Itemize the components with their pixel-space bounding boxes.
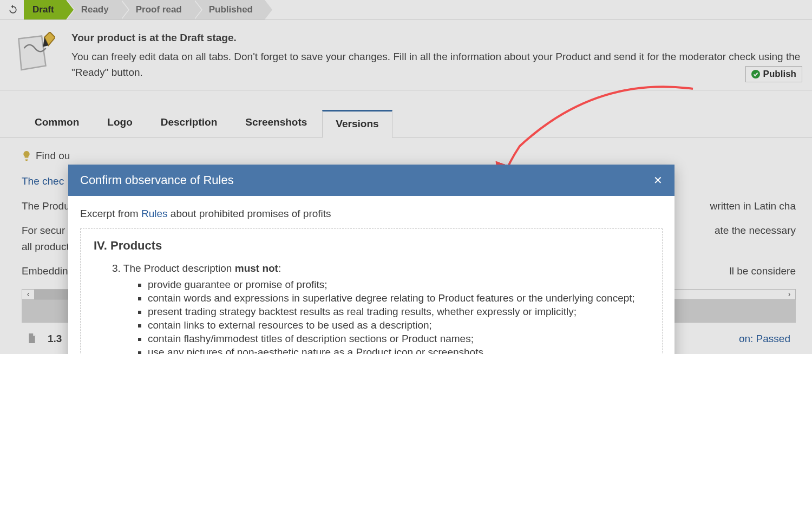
- workflow-stage-bar: Draft Ready Proof read Published: [0, 0, 812, 19]
- rules-confirmation-modal: Confirm observance of Rules ✕ Excerpt fr…: [68, 165, 675, 354]
- file-icon: [27, 333, 37, 343]
- tab-versions[interactable]: Versions: [322, 110, 392, 138]
- modal-titlebar: Confirm observance of Rules ✕: [68, 165, 675, 196]
- rules-section-heading: IV. Products: [94, 239, 649, 253]
- modal-title: Confirm observance of Rules: [80, 173, 234, 187]
- hint-text: Find ou: [36, 148, 70, 163]
- tab-logo[interactable]: Logo: [94, 110, 145, 137]
- rules-list-item: contain links to external resources to b…: [148, 319, 649, 331]
- stage-proofread[interactable]: Proof read: [121, 0, 194, 19]
- rules-link[interactable]: Rules: [141, 208, 168, 219]
- rules-list-item: use any pictures of non-aesthetic nature…: [148, 346, 649, 354]
- rules-excerpt-box: IV. Products 3. The Product description …: [80, 228, 663, 354]
- scroll-thumb[interactable]: [34, 290, 72, 299]
- rules-lead: 3. The Product description must not:: [112, 263, 649, 274]
- stage-published[interactable]: Published: [194, 0, 265, 19]
- validation-status: on: Passed: [739, 331, 790, 346]
- scroll-left-icon[interactable]: ‹: [22, 290, 34, 299]
- refresh-icon[interactable]: [8, 4, 18, 15]
- rules-list: provide guarantee or promise of profits;…: [148, 279, 649, 354]
- tab-screenshots[interactable]: Screenshots: [232, 110, 320, 137]
- tab-common[interactable]: Common: [22, 110, 92, 137]
- rules-list-item: contain flashy/immodest titles of descri…: [148, 333, 649, 345]
- scroll-right-icon[interactable]: ›: [783, 290, 795, 299]
- tab-description[interactable]: Description: [148, 110, 231, 137]
- check-circle-icon: [751, 70, 760, 78]
- rules-list-item: contain words and expressions in superla…: [148, 292, 649, 304]
- status-heading: Your product is at the Draft stage.: [71, 32, 801, 44]
- status-panel: Your product is at the Draft stage. You …: [0, 19, 812, 90]
- publish-button[interactable]: Publish: [745, 66, 802, 82]
- svg-point-0: [751, 70, 760, 78]
- close-icon[interactable]: ✕: [653, 174, 663, 187]
- draft-document-icon: [12, 32, 55, 75]
- excerpt-line: Excerpt from Rules about prohibited prom…: [80, 208, 663, 220]
- rules-list-item: present trading strategy backtest result…: [148, 306, 649, 318]
- checklist-link[interactable]: The chec: [22, 175, 64, 187]
- status-body: You can freely edit data on all tabs. Do…: [71, 49, 801, 80]
- stage-draft[interactable]: Draft: [24, 0, 66, 19]
- tabs: Common Logo Description Screenshots Vers…: [0, 90, 812, 138]
- lightbulb-icon: [22, 151, 31, 161]
- version-number: 1.3: [48, 331, 62, 346]
- rules-list-item: provide guarantee or promise of profits;: [148, 279, 649, 291]
